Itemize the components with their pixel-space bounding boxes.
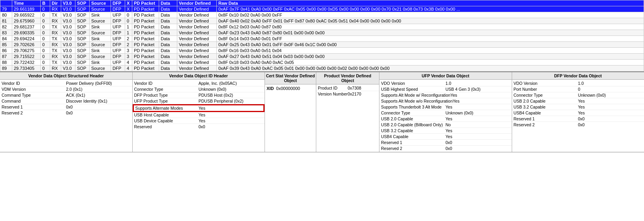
panel-row-label: Vendor ID (134, 81, 199, 86)
panel-cert-stat: Cert Stat Vendor Defined Object XID0x000… (265, 72, 316, 152)
cell-vendor: Vendor Defined (177, 24, 217, 30)
table-row[interactable]: 7929.6611890RXV3.0SOPSourceDFPXPD Packet… (0, 6, 644, 12)
panel-row-value: 0x0 (578, 122, 642, 127)
panel-row-label: USB 3.2 Capable (514, 105, 578, 109)
panel-row: Supports Thunderbolt 3 Alt ModeYes (379, 104, 512, 110)
xid-label: XID (267, 86, 274, 91)
panel-dfp-vendor-rows: VDO Version1.0Port Number0Connector Type… (512, 80, 644, 128)
table-row[interactable]: 8029.6659220TXV3.0SOPSinkUFP0PD PacketDa… (0, 12, 644, 18)
cell-ver: V3.0 (61, 42, 75, 48)
table-row[interactable]: 8929.7334050RXV3.0SOPSourceDFP4PD Packet… (0, 66, 644, 71)
panel-row: Reserved 10x0 (512, 116, 644, 122)
panel-row: UFP Product TypePDUSB Peripheral (0x2) (133, 98, 265, 104)
panel-row-value: Yes (578, 105, 642, 109)
cell-bus: 0 (41, 42, 50, 48)
cell-sop: SOP (75, 24, 90, 30)
panel-row-label: Reserved 2 (514, 122, 578, 127)
cell-raw: 0xAF 0x23 0x43 0xA0 0x87 0x80 0x01 0x00 … (217, 30, 644, 36)
cell-dfp: UFP (111, 60, 125, 66)
panel-row-label: USB Host Capable (134, 112, 199, 117)
cell-source: Source (90, 6, 111, 12)
cell-sop: SOP (75, 30, 90, 36)
panel-row: Supports Alt Mode w/o ReconfigurationYes (379, 98, 512, 104)
panel-row: USB Device CapableYes (133, 118, 265, 124)
panel-row-label: Vendor ID (2, 81, 66, 86)
panel-row-label: Connector Type (514, 93, 578, 97)
cell-ver: V3.0 (61, 54, 75, 60)
table-row[interactable]: 8529.7026260RXV3.0SOPSourceDFP2PD Packet… (0, 42, 644, 48)
panel-row: Command TypeACK (0x1) (0, 92, 132, 98)
cell-x: 0 (125, 18, 132, 24)
cell-source: Sink (90, 48, 111, 54)
cell-x: 3 (125, 48, 132, 54)
panel-row-value: Apple, Inc. (0x05AC) (199, 81, 263, 86)
panel-product-vendor-title: Product Vendor Defined Object (316, 72, 379, 84)
panel-row-label: USB 2.0 Capable (Billboard Only) (381, 122, 445, 127)
panel-product-vendor: Product Vendor Defined Object Product ID… (316, 72, 379, 152)
cell-dfp: DFP (111, 42, 125, 48)
panel-row-value: Yes (199, 112, 263, 117)
col-header-ver: V3.0 (61, 0, 75, 6)
cell-vendor: Vendor Defined (177, 48, 217, 54)
panel-row-label: Connector Type (381, 110, 445, 115)
col-header-bus: B (41, 0, 50, 6)
panel-row: Reserved 20x0 (379, 146, 512, 151)
col-header-dir: Dir (50, 0, 61, 6)
panel-row-label: Reserved 2 (381, 146, 445, 151)
table-row[interactable]: 8729.7155220RXV3.0SOPSourceDFP3PD Packet… (0, 54, 644, 60)
cell-vendor: Vendor Defined (177, 36, 217, 42)
panel-row: USB Host CapableYes (133, 112, 265, 118)
cell-rownum: 84 (0, 36, 12, 42)
table-row[interactable]: 8629.7062750TXV3.0SOPSinkUFP3PD PacketDa… (0, 48, 644, 54)
col-header-x: X (125, 0, 132, 6)
panel-row-label: Port Number (514, 87, 578, 92)
cell-vendor: Vendor Defined (177, 42, 217, 48)
cell-source: Source (90, 18, 111, 24)
panel-row-label: Supports Thunderbolt 3 Alt Mode (381, 105, 445, 109)
cell-raw: 0x8F 0x18 0x03 0xA0 0xA0 0xAC 0x05 (217, 60, 644, 66)
table-row[interactable]: 8129.6759600RXV3.0SOPSourceDFP0PD Packet… (0, 18, 644, 24)
panel-row-value: PDUSB Host (0x2) (199, 93, 263, 97)
table-row[interactable]: 8229.6812370TXV3.0SOPSinkUFP1PD PacketDa… (0, 24, 644, 30)
panel-vendor-id-header-rows: Vendor IDApple, Inc. (0x05AC)Connector T… (133, 80, 265, 130)
cell-pdpacket: PD Packet (132, 6, 159, 12)
panel-row-value: 0x0 (66, 110, 130, 115)
cell-dir: RX (50, 6, 61, 12)
cell-rownum: 85 (0, 42, 12, 48)
cell-data: Data (159, 30, 177, 36)
cell-pdpacket: PD Packet (132, 60, 159, 66)
cell-x: X (125, 6, 132, 12)
cell-ver: V3.0 (61, 60, 75, 66)
cell-dir: RX (50, 18, 61, 24)
cell-time: 29.706275 (12, 48, 41, 54)
cell-x: 2 (125, 36, 132, 42)
panel-vendor-id-header-title: Vendor Data Object ID Header (133, 72, 265, 80)
cell-bus: 0 (41, 48, 50, 54)
cell-time: 29.722432 (12, 60, 41, 66)
cell-bus: 0 (41, 36, 50, 42)
panel-row: Connector TypeUnknown (0x0) (133, 86, 265, 92)
panel-row: Reserved 20x0 (512, 122, 644, 127)
cell-bus: 0 (41, 54, 50, 60)
panel-row: Supports Alt Mode w/ ReconfigurationYes (379, 92, 512, 98)
table-row[interactable]: 8429.6942240TXV3.0SOPSinkUFP2PD PacketDa… (0, 36, 644, 42)
cell-x: 1 (125, 24, 132, 30)
panel-row: Reserved 20x0 (0, 110, 132, 116)
cell-dfp: UFP (111, 36, 125, 42)
cell-bus: 0 (41, 60, 50, 66)
table-row[interactable]: 8329.6903350RXV3.0SOPSourceDFP1PD Packet… (0, 30, 644, 36)
cell-data: Data (159, 66, 177, 71)
panel-row: USB 2.0 CapableYes (379, 116, 512, 122)
cell-dfp: UFP (111, 24, 125, 30)
cell-rownum: 83 (0, 30, 12, 36)
panel-row: USB 3.2 CapableYes (512, 104, 644, 110)
table-row[interactable]: 8829.7224320TXV3.0SOPSinkUFP4PD PacketDa… (0, 60, 644, 66)
col-header-dfp: DFP (111, 0, 125, 6)
cell-sop: SOP (75, 48, 90, 54)
panel-row-label: Reserved 1 (2, 105, 66, 109)
panel-row: USB 2.0 Capable (Billboard Only)No (379, 122, 512, 128)
cell-pdpacket: PD Packet (132, 30, 159, 36)
panel-row-value: Yes (445, 128, 510, 133)
panel-vendor-header-title: Vendor Data Object Structured Header (0, 72, 132, 80)
panel-row: CommandDiscover Identity (0x1) (0, 98, 132, 104)
